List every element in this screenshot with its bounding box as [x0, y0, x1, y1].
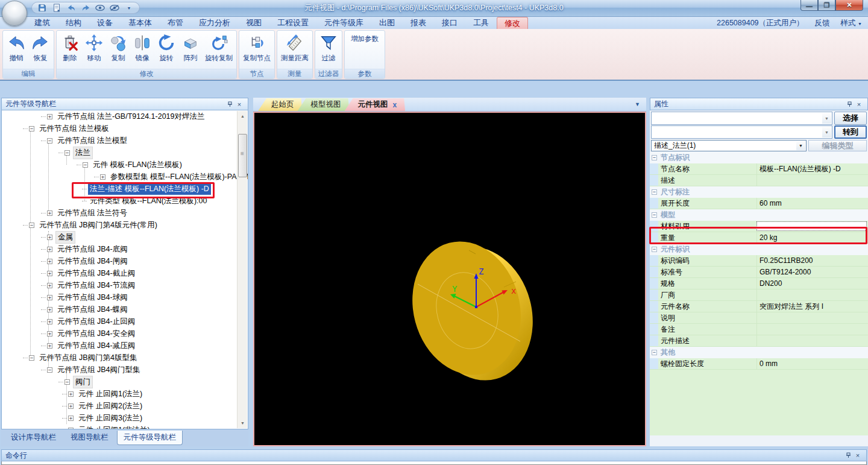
- tree-item[interactable]: 元件 止回阀3(法兰): [2, 412, 248, 424]
- tree-item[interactable]: 元件节点组 法兰-GB/T9124.1-2019对焊法兰: [2, 110, 248, 122]
- tree-item[interactable]: 元件 止回阀1(非法兰): [2, 424, 248, 429]
- property-filter-combo-1[interactable]: ▼: [651, 112, 832, 125]
- property-filter-combo-2[interactable]: ▼: [651, 125, 832, 139]
- expander-plus-icon[interactable]: [47, 210, 52, 216]
- expander-plus-icon[interactable]: [47, 247, 52, 252]
- tree-item[interactable]: 元件节点组 JB阀门第4版元件(常用): [2, 219, 248, 231]
- browse-button[interactable]: ...: [860, 223, 865, 230]
- tree-item[interactable]: 元件节点组 JB4-截止阀: [2, 267, 248, 279]
- pin-icon[interactable]: [844, 100, 854, 109]
- tab-model-view[interactable]: 模型视图: [298, 98, 350, 111]
- expander-minus-icon[interactable]: [64, 379, 70, 385]
- expander-plus-icon[interactable]: [47, 319, 52, 324]
- expander-plus-icon[interactable]: [47, 343, 52, 349]
- ribbon-tab-drawing[interactable]: 出图: [371, 17, 403, 29]
- filter-button[interactable]: 过滤: [316, 33, 341, 63]
- tab-view-navigator[interactable]: 视图导航栏: [64, 431, 115, 444]
- property-category[interactable]: −其他: [650, 347, 868, 358]
- expander-plus-icon[interactable]: [47, 307, 52, 312]
- expander-minus-icon[interactable]: [47, 138, 52, 144]
- scroll-up-icon[interactable]: ▲: [237, 111, 248, 121]
- tree-item[interactable]: 阀门: [2, 376, 248, 388]
- copy-node-button[interactable]: 复制节点: [241, 33, 273, 63]
- collapse-icon[interactable]: −: [652, 212, 657, 218]
- style-menu[interactable]: 样式 ▼: [841, 18, 862, 28]
- ribbon-tab-structure[interactable]: 结构: [58, 17, 89, 29]
- ribbon-tab-stress-analysis[interactable]: 应力分析: [191, 17, 238, 29]
- chevron-down-icon[interactable]: ▼: [822, 127, 831, 138]
- pin-icon[interactable]: [843, 451, 853, 460]
- expander-plus-icon[interactable]: [68, 403, 74, 409]
- tree-scrollbar[interactable]: ▲ ▼: [237, 111, 247, 428]
- ribbon-tab-building[interactable]: 建筑: [27, 17, 58, 29]
- property-category[interactable]: −模型: [650, 209, 868, 221]
- tree-item[interactable]: 参数模型集 模型--FLAN(法兰模板)-PAGM: [2, 171, 248, 183]
- maximize-button[interactable]: ❐: [818, 0, 835, 11]
- property-row-weight[interactable]: 重量20 kg: [650, 232, 868, 244]
- command-line-input-area[interactable]: [1, 461, 867, 465]
- expander-plus-icon[interactable]: [68, 416, 74, 421]
- property-row[interactable]: 描述: [650, 175, 868, 186]
- tree-item[interactable]: 元件节点组 JB4-安全阀: [2, 327, 248, 340]
- ribbon-tab-primitive[interactable]: 基本体: [121, 17, 160, 29]
- expander-plus-icon[interactable]: [47, 235, 52, 240]
- close-tab-icon[interactable]: x: [393, 101, 397, 109]
- tab-component-view[interactable]: 元件视图x: [345, 98, 406, 111]
- property-row[interactable]: 厂商: [650, 289, 868, 301]
- scrollbar-thumb[interactable]: [238, 134, 247, 177]
- array-button[interactable]: 阵列: [178, 33, 203, 63]
- tree-item[interactable]: 元件 模板-FLAN(法兰模板): [2, 159, 248, 171]
- ribbon-tab-interface[interactable]: 接口: [434, 17, 465, 29]
- expander-minus-icon[interactable]: [29, 355, 34, 361]
- expander-minus-icon[interactable]: [47, 367, 52, 373]
- redo-button[interactable]: 恢复: [28, 33, 52, 63]
- close-panel-icon[interactable]: ×: [853, 451, 863, 460]
- measure-distance-button[interactable]: 测量距离: [278, 33, 311, 63]
- expander-plus-icon[interactable]: [47, 259, 52, 264]
- 3d-viewport[interactable]: Z x Y: [253, 112, 646, 446]
- tab-list-dropdown-icon[interactable]: ▼: [635, 101, 640, 107]
- tree-item[interactable]: 元件节点组 JB4-节流阀: [2, 279, 248, 291]
- tree-item[interactable]: 元件节点组 法兰模板: [2, 122, 248, 134]
- delete-button[interactable]: 删除: [58, 33, 82, 63]
- property-row[interactable]: 节点名称模板--FLAN(法兰模板) -D: [650, 163, 868, 175]
- tree-item-selected[interactable]: 法兰-描述 模板--FLAN(法兰模板) -D: [2, 183, 248, 195]
- rotate-copy-button[interactable]: 旋转复制: [203, 33, 235, 63]
- expander-plus-icon[interactable]: [100, 174, 105, 180]
- ribbon-tab-modify[interactable]: 修改: [497, 17, 528, 30]
- edit-type-button[interactable]: 编辑类型: [808, 140, 867, 151]
- expander-plus-icon[interactable]: [47, 295, 52, 300]
- tree-item[interactable]: 元件节点组 JB4-止回阀: [2, 315, 248, 327]
- tree-item[interactable]: 元件节点组 法兰符号: [2, 207, 248, 219]
- minimize-button[interactable]: —: [800, 0, 818, 11]
- chevron-down-icon[interactable]: ▼: [822, 113, 831, 124]
- tree-item[interactable]: 法兰: [2, 147, 248, 159]
- material-reference-field[interactable]: ...: [756, 221, 867, 231]
- tree-item[interactable]: 元件节点组 JB4-减压阀: [2, 340, 248, 352]
- add-parameter-button[interactable]: 增加参数: [346, 33, 383, 45]
- expander-minus-icon[interactable]: [29, 126, 34, 131]
- expander-minus-icon[interactable]: [64, 150, 70, 156]
- tree-item[interactable]: 元件节点组 JB4-闸阀: [2, 255, 248, 267]
- property-row[interactable]: 元件名称突面对焊法兰 系列 I: [650, 301, 868, 312]
- tree-item[interactable]: 元件类型 模板--FLAN(法兰模板):00: [2, 195, 248, 207]
- ribbon-tab-tools[interactable]: 工具: [465, 17, 497, 29]
- tree-item[interactable]: 元件 止回阀1(法兰): [2, 388, 248, 400]
- application-menu-orb[interactable]: [2, 1, 27, 26]
- rotate-button[interactable]: 旋转: [154, 33, 178, 63]
- expander-plus-icon[interactable]: [47, 114, 52, 119]
- tree-item[interactable]: 元件节点组 法兰模型: [2, 134, 248, 147]
- property-row[interactable]: 标准号GB/T9124-2000: [650, 267, 868, 278]
- expander-plus-icon[interactable]: [47, 331, 52, 337]
- tree-item[interactable]: 元件 止回阀2(法兰): [2, 400, 248, 412]
- expander-minus-icon[interactable]: [83, 162, 88, 168]
- copy-button[interactable]: 复制: [106, 33, 130, 63]
- property-row[interactable]: 材料引用...: [650, 221, 868, 232]
- ribbon-tab-piping[interactable]: 布管: [160, 17, 191, 29]
- tree-item[interactable]: 元件节点组 JB4-底阀: [2, 243, 248, 255]
- property-row[interactable]: 规格DN200: [650, 278, 868, 289]
- select-button[interactable]: 选择: [834, 112, 867, 125]
- collapse-icon[interactable]: −: [652, 247, 657, 252]
- type-selector-combo[interactable]: 描述_法兰(1)▼: [651, 140, 807, 151]
- property-category[interactable]: −元件标识: [650, 244, 868, 255]
